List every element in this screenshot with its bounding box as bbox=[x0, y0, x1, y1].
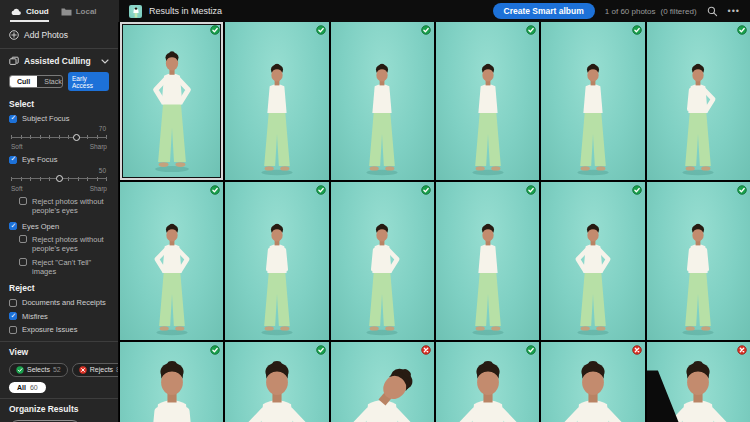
culling-badge[interactable] bbox=[421, 345, 431, 355]
photo-cell[interactable] bbox=[120, 182, 223, 340]
add-photos-button[interactable]: Add Photos bbox=[0, 22, 118, 43]
photo-cell[interactable] bbox=[331, 22, 434, 180]
eye-focus-slider-thumb[interactable] bbox=[56, 175, 63, 182]
culling-badge[interactable] bbox=[737, 25, 747, 35]
photo bbox=[120, 342, 223, 422]
photo bbox=[541, 182, 644, 340]
tab-local[interactable]: Local bbox=[61, 3, 97, 22]
misfires-row: Misfires bbox=[0, 309, 118, 322]
create-smart-album-button[interactable]: Create Smart album bbox=[493, 3, 595, 19]
culling-badge[interactable] bbox=[632, 345, 642, 355]
photo-cell[interactable] bbox=[647, 22, 750, 180]
subject-focus-checkbox[interactable] bbox=[9, 115, 17, 123]
select-section-heading: Select bbox=[0, 93, 118, 111]
reject-without-eyes-open-row: Reject photos without people's eyes bbox=[0, 232, 118, 255]
model-figure bbox=[541, 348, 644, 422]
eyes-open-label: Eyes Open bbox=[22, 222, 59, 231]
assisted-culling-label: Assisted Culling bbox=[24, 56, 91, 66]
selects-filter-button[interactable]: Selects 52 bbox=[9, 363, 68, 377]
culling-badge[interactable] bbox=[526, 345, 536, 355]
chevron-down-icon[interactable] bbox=[101, 59, 109, 64]
sidebar: Add Photos Assisted Culling Cull Stack E… bbox=[0, 22, 119, 422]
culling-badge[interactable] bbox=[737, 345, 747, 355]
model-figure bbox=[355, 217, 410, 338]
culling-badge[interactable] bbox=[316, 25, 326, 35]
photo-cell[interactable] bbox=[647, 342, 750, 422]
photo-cell[interactable] bbox=[120, 342, 223, 422]
select-badge-icon bbox=[737, 25, 747, 35]
rejects-label: Rejects bbox=[90, 366, 113, 373]
search-icon[interactable] bbox=[707, 6, 718, 17]
photo-cell[interactable] bbox=[331, 342, 434, 422]
culling-badge[interactable] bbox=[316, 185, 326, 195]
tab-cloud[interactable]: Cloud bbox=[10, 3, 49, 22]
slider-minmax-labels: Soft Sharp bbox=[11, 183, 107, 192]
model-figure bbox=[331, 348, 434, 422]
culling-badge[interactable] bbox=[421, 25, 431, 35]
divider bbox=[0, 398, 118, 399]
culling-badge[interactable] bbox=[632, 185, 642, 195]
eye-focus-slider[interactable] bbox=[11, 175, 107, 183]
photo bbox=[331, 22, 434, 180]
photo-cell[interactable] bbox=[225, 342, 328, 422]
all-label: All bbox=[17, 384, 26, 391]
photo-cell[interactable] bbox=[225, 22, 328, 180]
misfires-checkbox[interactable] bbox=[9, 312, 17, 320]
album-thumbnail[interactable] bbox=[129, 5, 142, 18]
photo-cell[interactable] bbox=[541, 182, 644, 340]
culling-badge[interactable] bbox=[210, 185, 220, 195]
photo-cell[interactable] bbox=[647, 182, 750, 340]
subject-focus-slider[interactable] bbox=[11, 133, 107, 141]
photo-cell[interactable] bbox=[225, 182, 328, 340]
filtered-count-text: (0 filtered) bbox=[661, 7, 697, 16]
photo-cell[interactable] bbox=[436, 342, 539, 422]
reject-without-eyes-focus-label: Reject photos without people's eyes bbox=[32, 197, 109, 216]
subject-focus-label: Subject Focus bbox=[22, 114, 70, 123]
photo bbox=[331, 342, 434, 422]
all-filter-button[interactable]: All 60 bbox=[9, 382, 46, 393]
model-figure bbox=[249, 217, 304, 338]
culling-badge[interactable] bbox=[210, 345, 220, 355]
photo-cell[interactable] bbox=[331, 182, 434, 340]
model-figure bbox=[671, 217, 726, 338]
model-figure bbox=[460, 57, 515, 178]
reject-without-eyes-open-checkbox[interactable] bbox=[19, 235, 27, 243]
photo-cell[interactable] bbox=[436, 182, 539, 340]
culling-badge[interactable] bbox=[316, 345, 326, 355]
culling-badge[interactable] bbox=[210, 25, 220, 35]
photo-cell[interactable] bbox=[436, 22, 539, 180]
mode-cull-button[interactable]: Cull bbox=[10, 76, 37, 87]
eye-focus-checkbox[interactable] bbox=[9, 156, 17, 164]
exposure-issues-checkbox[interactable] bbox=[9, 326, 17, 334]
culling-badge[interactable] bbox=[526, 25, 536, 35]
reject-badge-icon bbox=[737, 345, 747, 355]
reject-cant-tell-checkbox[interactable] bbox=[19, 258, 27, 266]
photo bbox=[541, 22, 644, 180]
photo bbox=[647, 342, 750, 422]
photo-cell[interactable] bbox=[541, 342, 644, 422]
select-badge-icon bbox=[316, 25, 326, 35]
culling-badge[interactable] bbox=[421, 185, 431, 195]
culling-badge[interactable] bbox=[632, 25, 642, 35]
culling-badge[interactable] bbox=[526, 185, 536, 195]
assisted-culling-header[interactable]: Assisted Culling bbox=[0, 54, 118, 68]
add-photos-label: Add Photos bbox=[24, 30, 68, 40]
model-figure bbox=[460, 217, 515, 338]
rejects-filter-button[interactable]: Rejects 8 bbox=[72, 363, 119, 377]
subject-focus-slider-thumb[interactable] bbox=[73, 134, 80, 141]
eyes-open-checkbox[interactable] bbox=[9, 222, 17, 230]
photo-cell[interactable] bbox=[120, 22, 223, 180]
photo-cell[interactable] bbox=[541, 22, 644, 180]
model-figure bbox=[144, 217, 199, 338]
model-figure bbox=[671, 57, 726, 178]
eye-focus-slider-block: 50 Soft Sharp bbox=[0, 166, 118, 192]
reject-without-eyes-focus-checkbox[interactable] bbox=[19, 197, 27, 205]
photo bbox=[120, 182, 223, 340]
culling-badge[interactable] bbox=[737, 185, 747, 195]
select-badge-icon bbox=[316, 185, 326, 195]
documents-receipts-checkbox[interactable] bbox=[9, 299, 17, 307]
more-options-icon[interactable]: ••• bbox=[728, 6, 740, 16]
early-access-badge[interactable]: Early Access bbox=[68, 72, 109, 91]
mode-stack-button[interactable]: Stack bbox=[37, 76, 63, 87]
sharp-label: Sharp bbox=[90, 143, 107, 150]
